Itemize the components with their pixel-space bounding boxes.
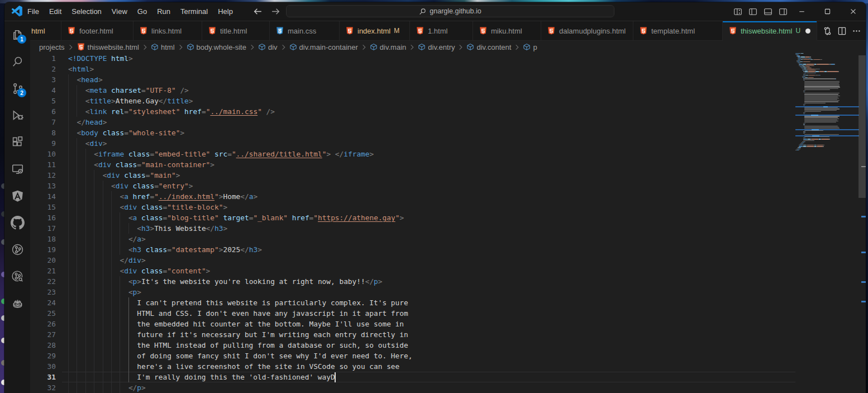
tab-title.html[interactable]: title.html	[202, 21, 270, 41]
breadcrumb-label: html	[161, 43, 175, 51]
breadcrumb-item[interactable]: div.main-container	[289, 43, 358, 51]
minimap-line	[809, 67, 810, 67]
activity-godot-tools[interactable]	[4, 290, 30, 316]
chevron-right-icon	[248, 43, 256, 51]
breadcrumb-item[interactable]: body.whole-site	[187, 43, 246, 51]
breadcrumb-item[interactable]: thiswebsite.html	[77, 42, 139, 51]
chevron-right-icon	[66, 43, 75, 51]
remote-explorer-icon	[11, 162, 25, 176]
breadcrumb-item[interactable]: projects	[39, 43, 65, 51]
tab-label: html	[31, 27, 45, 35]
tab-main.css[interactable]: main.css	[270, 21, 340, 41]
toggle-panel-button[interactable]	[764, 7, 772, 16]
minimap-line	[795, 53, 800, 54]
breadcrumb-label: div.entry	[428, 43, 455, 51]
tab-footer.html[interactable]: footer.html	[61, 21, 133, 41]
toggle-secondary-sidebar-button[interactable]	[779, 7, 788, 16]
menu-view[interactable]: View	[107, 2, 132, 21]
minimap-line	[828, 71, 838, 72]
minimap[interactable]	[795, 53, 859, 393]
maximize-button[interactable]	[814, 2, 840, 21]
line-number: 24	[30, 297, 56, 308]
menu-selection[interactable]: Selection	[66, 2, 106, 21]
code-text: the embedded hit counter at the bottom. …	[68, 319, 404, 329]
breadcrumb-label: p	[533, 43, 537, 51]
html-file-icon	[139, 26, 148, 35]
activity-search[interactable]	[4, 48, 30, 75]
breadcrumb-item[interactable]: html	[151, 43, 175, 51]
menu-help[interactable]: Help	[213, 2, 238, 21]
menu-go[interactable]: Go	[132, 2, 152, 21]
go-back-button[interactable]	[251, 6, 264, 18]
minimap-line	[804, 121, 838, 121]
minimap-line	[805, 141, 805, 142]
menu-file[interactable]: File	[22, 2, 44, 21]
activity-git-graph[interactable]	[4, 236, 30, 263]
unsaved-dot[interactable]	[805, 29, 810, 34]
minimap-line	[804, 122, 836, 122]
scrollbar-slider[interactable]	[859, 55, 866, 198]
more-actions-button[interactable]	[852, 26, 861, 36]
code-line-2: 2<html>	[30, 64, 866, 74]
minimap-line	[811, 58, 812, 59]
activity-git-graph-search[interactable]	[4, 263, 30, 290]
activity-github[interactable]	[4, 209, 30, 236]
toggle-primary-sidebar-button[interactable]	[748, 7, 757, 16]
chevron-right-icon	[177, 43, 185, 51]
customize-layout-button[interactable]	[733, 7, 742, 16]
html-file-icon	[77, 42, 85, 51]
minimap-line	[804, 133, 805, 134]
command-center-search[interactable]: gnargle.github.io	[286, 5, 614, 17]
code-line-23: 23 <p>	[30, 287, 866, 297]
editor-scrollbar[interactable]	[859, 53, 866, 393]
minimap-line	[804, 88, 838, 89]
code-line-22: 22 <p>It's the website you're looking at…	[30, 276, 866, 287]
activity-source-control[interactable]: 2	[4, 75, 30, 102]
breadcrumb-item[interactable]: p	[523, 43, 537, 51]
line-number: 11	[30, 159, 56, 170]
breadcrumb-item[interactable]: div	[258, 43, 278, 51]
activity-run-debug[interactable]	[4, 102, 30, 129]
tab-template.html[interactable]: template.html	[633, 21, 723, 41]
breadcrumb-item[interactable]: div.entry	[418, 43, 455, 51]
line-number: 22	[30, 276, 56, 287]
tab-index.html[interactable]: index.htmlM	[340, 21, 410, 41]
code-line-20: 20 </div>	[30, 255, 866, 266]
minimap-line	[807, 73, 813, 73]
code-editor[interactable]: 1<!DOCTYPE html>2<html>3 <head>4 <meta c…	[30, 53, 866, 393]
vscode-logo-icon[interactable]	[11, 6, 22, 17]
tab-1.html[interactable]: 1.html	[410, 21, 473, 41]
activity-angular[interactable]	[4, 182, 30, 209]
activity-explorer[interactable]: 1	[4, 21, 30, 48]
activity-extensions[interactable]	[4, 129, 30, 155]
minimap-line	[836, 78, 836, 79]
line-number: 13	[30, 181, 56, 191]
split-editor-button[interactable]	[837, 26, 847, 36]
code-text: <iframe class="embed-title" src="../shar…	[68, 149, 374, 159]
minimap-line	[804, 120, 837, 120]
line-number: 5	[30, 96, 56, 106]
menu-edit[interactable]: Edit	[44, 2, 66, 21]
minimap-line	[804, 93, 840, 93]
code-text: here's a live screenshot of the site in …	[68, 361, 399, 372]
tab-links.html[interactable]: links.html	[133, 21, 202, 41]
minimap-line	[808, 71, 815, 72]
breadcrumb-item[interactable]: div.main	[370, 43, 406, 51]
activity-remote-explorer[interactable]	[4, 155, 30, 182]
menu-terminal[interactable]: Terminal	[175, 2, 213, 21]
tab-miku.html[interactable]: miku.html	[473, 21, 541, 41]
tab-thiswebsite.html[interactable]: thiswebsite.htmlU	[723, 21, 817, 41]
menu-run[interactable]: Run	[152, 2, 175, 21]
tab-dalamudplugins.html[interactable]: dalamudplugins.html	[541, 21, 633, 41]
minimap-line	[805, 74, 805, 74]
open-changes-button[interactable]	[823, 26, 832, 36]
minimap-line	[815, 73, 816, 73]
breadcrumb-item[interactable]: div.content	[466, 43, 511, 51]
code-text: <div class="main">	[68, 170, 180, 181]
tab-html[interactable]: html	[30, 21, 61, 41]
code-text: <div class="title-block">	[68, 202, 227, 212]
overview-ruler-match	[861, 216, 866, 217]
close-button[interactable]	[840, 2, 866, 21]
minimize-button[interactable]	[789, 2, 814, 21]
go-forward-button[interactable]	[269, 6, 282, 18]
